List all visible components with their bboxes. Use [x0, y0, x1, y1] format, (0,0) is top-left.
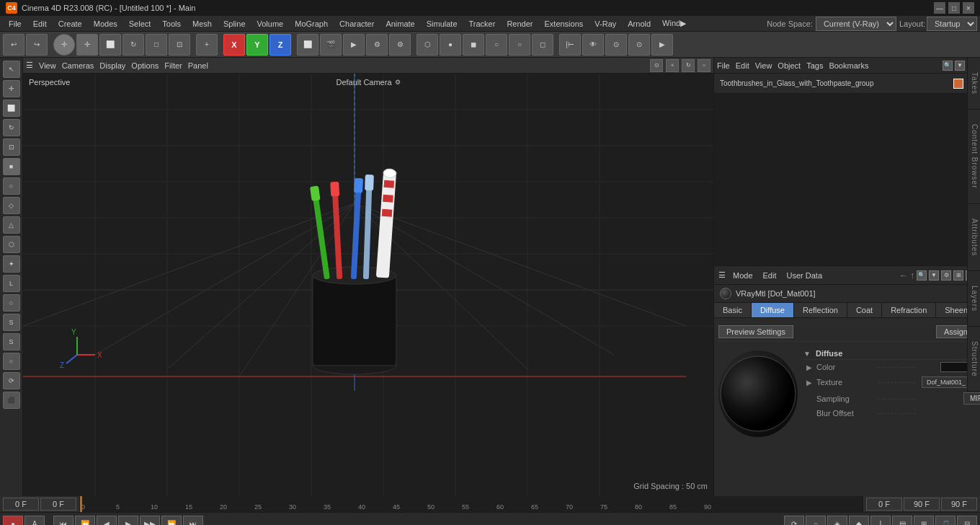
menu-arnold[interactable]: Arnold [622, 18, 656, 30]
rp-tags[interactable]: Tags [806, 61, 823, 70]
vtab-structure[interactable]: Structure [967, 327, 980, 392]
vt-view[interactable]: View [39, 61, 56, 70]
frame-all-button[interactable]: ⬜ [297, 34, 318, 56]
transport-play[interactable]: ▶ [118, 516, 138, 526]
rp-view[interactable]: View [755, 61, 772, 70]
menu-wind[interactable]: Wind▶ [656, 17, 692, 30]
attr-settings-icon[interactable]: ⚙ [941, 270, 951, 281]
vp-icon-1[interactable]: ⊙ [650, 59, 663, 72]
rp-object[interactable]: Object [778, 61, 801, 70]
left-tool-14[interactable]: S [3, 314, 20, 331]
transport-loop-btn[interactable]: ⟳ [784, 516, 804, 526]
left-tool-5[interactable]: ⊡ [3, 138, 20, 156]
texture-arrow-icon[interactable]: ▶ [806, 379, 812, 387]
snap-button[interactable]: |⊢ [559, 34, 581, 56]
left-tool-7[interactable]: ○ [3, 177, 20, 195]
menu-simulate[interactable]: Simulate [421, 18, 463, 30]
attr-up-arrow[interactable]: ↑ [910, 270, 914, 281]
menu-vray[interactable]: V-Ray [589, 18, 622, 30]
left-tool-1[interactable]: ↖ [3, 61, 20, 78]
transport-marker[interactable]: ◈ [827, 516, 847, 526]
start-frame-input[interactable] [40, 498, 76, 511]
transport-extra2[interactable]: ⊞ [914, 516, 934, 526]
mirror-button[interactable]: ⊡ [169, 34, 190, 56]
timeline[interactable]: 0 5 10 15 20 25 30 35 40 45 50 55 60 65 … [79, 496, 863, 512]
transport-prev-key[interactable]: ⏪ [75, 516, 95, 526]
add-object-button[interactable]: + [196, 34, 218, 56]
free-transform-button[interactable]: □ [146, 34, 167, 56]
attr-back-arrow[interactable]: ← [899, 270, 908, 281]
frame-display-input[interactable] [866, 498, 902, 511]
menu-file[interactable]: File [3, 18, 27, 30]
scale-tool-button[interactable]: ⬜ [99, 34, 121, 56]
vp-icon-2[interactable]: + [666, 59, 679, 72]
left-tool-11[interactable]: ✦ [3, 255, 20, 273]
left-tool-17[interactable]: ⟳ [3, 372, 20, 389]
vt-options[interactable]: Options [131, 61, 159, 70]
vt-hamburger[interactable]: ☰ [26, 61, 33, 70]
transport-ik[interactable]: I [870, 516, 891, 526]
transport-next-key[interactable]: ⏩ [161, 516, 182, 526]
transport-next-frame[interactable]: ▶▶ [140, 516, 160, 526]
attr-search-icon[interactable]: 🔍 [917, 270, 927, 281]
transport-mode1[interactable]: ○ [806, 516, 826, 526]
menu-spline[interactable]: Spline [218, 18, 251, 30]
left-tool-18[interactable]: ⬛ [3, 392, 20, 409]
vt-filter[interactable]: Filter [164, 61, 182, 70]
menu-animate[interactable]: Animate [380, 18, 420, 30]
vtab-takes[interactable]: Takes [967, 58, 980, 110]
vtab-attributes[interactable]: Attributes [967, 204, 980, 271]
vp-icon-4[interactable]: ○ [698, 59, 710, 72]
menu-tools[interactable]: Tools [156, 18, 187, 30]
vt-cameras[interactable]: Cameras [62, 61, 94, 70]
menu-tracker[interactable]: Tracker [463, 18, 502, 30]
vt-display[interactable]: Display [99, 61, 125, 70]
texture-mode-button[interactable]: ◻ [532, 34, 553, 56]
axis-z-button[interactable]: Z [270, 34, 291, 56]
timeline-playhead[interactable] [80, 496, 82, 512]
rp-bookmarks[interactable]: Bookmarks [829, 61, 868, 70]
render-settings-button[interactable]: ⚙ [389, 34, 411, 56]
attr-expand-icon[interactable]: ⊞ [953, 270, 963, 281]
tab-coat[interactable]: Coat [847, 303, 882, 317]
close-button[interactable]: × [963, 2, 974, 14]
tab-reflection[interactable]: Reflection [794, 303, 847, 317]
menu-edit[interactable]: Edit [27, 18, 53, 30]
left-tool-3[interactable]: ⬜ [3, 100, 20, 117]
sampling-dropdown[interactable]: MIP [963, 392, 980, 405]
rp-search-icon[interactable]: 🔍 [943, 61, 953, 71]
current-render-select[interactable]: Current (V-Ray) [816, 17, 896, 31]
menu-create[interactable]: Create [53, 18, 88, 30]
menu-character[interactable]: Character [334, 18, 380, 30]
attr-filter-icon[interactable]: ▼ [929, 270, 939, 281]
vtab-layers[interactable]: Layers [967, 271, 980, 327]
vtab-content-browser[interactable]: Content Browser [967, 110, 980, 203]
transport-prev-frame[interactable]: ◀ [97, 516, 117, 526]
minimize-button[interactable]: — [934, 2, 945, 14]
rp-file[interactable]: File [717, 61, 730, 70]
transport-record[interactable]: ● [3, 516, 23, 526]
transport-extra1[interactable]: ▤ [892, 516, 912, 526]
menu-select[interactable]: Select [123, 18, 157, 30]
viewport[interactable]: X Y Z Perspective Default Camera ⚙ Grid … [23, 74, 713, 496]
transport-grid[interactable]: ⊟ [957, 516, 977, 526]
extra1-button[interactable]: ⊙ [605, 34, 627, 56]
tab-basic[interactable]: Basic [714, 303, 752, 317]
object-tree[interactable] [714, 94, 980, 265]
rp-filter-icon[interactable]: ▼ [955, 61, 965, 71]
attr-mode[interactable]: Mode [730, 270, 756, 281]
preview-settings-button[interactable]: Preview Settings [718, 325, 793, 338]
transport-key[interactable]: ◆ [849, 516, 869, 526]
transport-go-end[interactable]: ⏭ [183, 516, 203, 526]
menu-mograph[interactable]: MoGraph [289, 18, 334, 30]
layout-select[interactable]: Startup [927, 17, 977, 31]
rp-edit[interactable]: Edit [736, 61, 749, 70]
vp-icon-3[interactable]: ↻ [682, 59, 695, 72]
object-mode-button[interactable]: ○ [486, 34, 507, 56]
object-color-swatch[interactable] [953, 79, 963, 89]
render-button[interactable]: ⚙ [366, 34, 388, 56]
attr-user-data[interactable]: User Data [784, 270, 826, 281]
poly-mode-button[interactable]: ◼ [463, 34, 484, 56]
scene-mode-button[interactable]: ○ [509, 34, 530, 56]
left-tool-13[interactable]: ○ [3, 294, 20, 312]
